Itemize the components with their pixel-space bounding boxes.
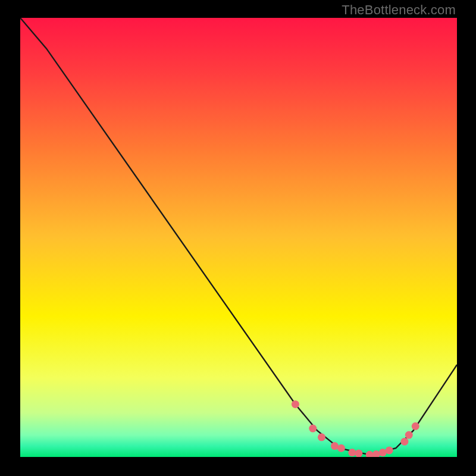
curve-marker — [412, 422, 419, 430]
curve-marker — [400, 438, 408, 446]
curve-marker — [386, 446, 393, 454]
curve-marker — [355, 450, 362, 457]
curve-marker — [337, 444, 345, 452]
curve-marker — [348, 449, 356, 456]
curve-marker — [379, 449, 387, 456]
curve-marker — [292, 400, 299, 408]
bottleneck-chart — [20, 18, 457, 457]
watermark-text: TheBottleneck.com — [342, 2, 456, 18]
curve-marker — [331, 442, 339, 450]
curve-marker — [405, 431, 413, 439]
gradient-background — [20, 18, 457, 457]
chart-frame — [20, 18, 457, 457]
curve-marker — [309, 425, 317, 433]
curve-marker — [318, 433, 325, 441]
